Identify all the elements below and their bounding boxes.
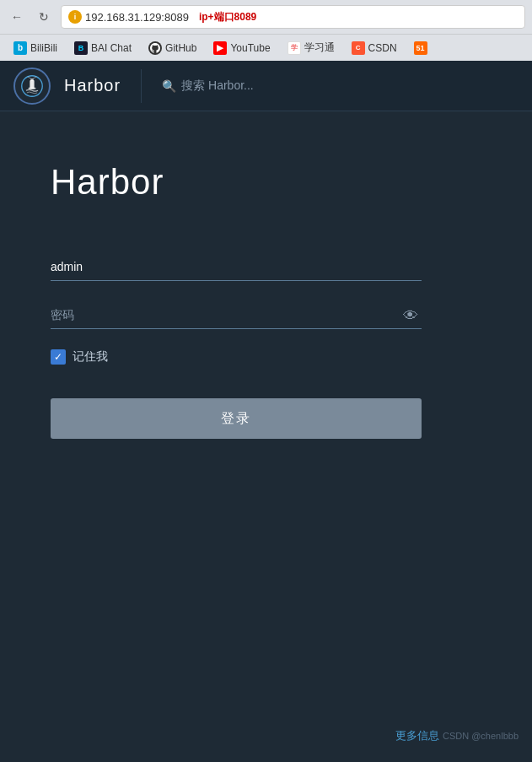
harbor-app: Harbor 🔍 搜索 Harbor... Harbor 👁 记住我 — [0, 61, 532, 754]
password-wrapper: 👁 — [51, 301, 422, 329]
bookmark-youtube[interactable]: ▶ YouTube — [207, 39, 277, 57]
footer: 更多信息 CSDN @chenlbbb — [0, 718, 532, 754]
harbor-search[interactable]: 🔍 搜索 Harbor... — [162, 78, 254, 94]
bookmark-xuexi-label: 学习通 — [304, 41, 335, 55]
baichat-icon: B — [74, 41, 88, 55]
bookmark-github-label: GitHub — [165, 42, 196, 54]
bookmark-github[interactable]: GitHub — [142, 39, 203, 57]
watermark: CSDN @chenlbbb — [443, 731, 519, 741]
svg-line-5 — [32, 76, 36, 79]
security-icon: i — [68, 10, 82, 24]
search-icon: 🔍 — [162, 79, 176, 93]
more-info-link[interactable]: 更多信息 — [395, 729, 439, 742]
bookmark-csdn[interactable]: C CSDN — [345, 39, 404, 57]
address-text: 192.168.31.129:8089 — [85, 11, 189, 24]
harbor-main: Harbor 👁 记住我 登录 — [0, 111, 532, 718]
back-button[interactable]: ← — [7, 7, 27, 27]
bookmark-xuexi[interactable]: 学 学习通 — [281, 38, 341, 57]
bookmark-bilibili[interactable]: b BiliBili — [7, 39, 64, 57]
password-group: 👁 — [51, 301, 438, 329]
bookmark-youtube-label: YouTube — [230, 42, 270, 54]
login-title: Harbor — [51, 162, 438, 203]
password-input[interactable] — [51, 301, 422, 329]
address-bar[interactable]: i 192.168.31.129:8089 ip+端口8089 — [61, 5, 525, 29]
username-group — [51, 253, 438, 281]
username-input[interactable] — [51, 253, 422, 281]
xuexi-icon: 学 — [287, 41, 301, 55]
password-toggle-icon[interactable]: 👁 — [403, 306, 418, 324]
51-icon: 51 — [414, 41, 427, 55]
login-section: Harbor 👁 记住我 登录 — [51, 162, 438, 439]
bookmark-baichat-label: BAI Chat — [91, 42, 132, 54]
harbor-nav-title: Harbor — [64, 76, 121, 95]
youtube-icon: ▶ — [213, 41, 227, 55]
remember-row: 记住我 — [51, 349, 438, 365]
bookmark-baichat[interactable]: B BAI Chat — [67, 39, 138, 57]
login-button[interactable]: 登录 — [51, 398, 422, 439]
search-placeholder: 搜索 Harbor... — [181, 78, 254, 94]
github-icon — [148, 41, 162, 55]
title-bar: ← ↻ i 192.168.31.129:8089 ip+端口8089 — [0, 0, 532, 34]
nav-divider — [141, 69, 142, 103]
harbor-navbar: Harbor 🔍 搜索 Harbor... — [0, 61, 532, 111]
remember-label: 记住我 — [73, 349, 108, 365]
bookmarks-bar: b BiliBili B BAI Chat GitHub ▶ YouTube 学… — [0, 34, 532, 61]
bookmark-bilibili-label: BiliBili — [30, 42, 57, 54]
address-hint: ip+端口8089 — [199, 10, 256, 24]
bookmark-51[interactable]: 51 — [407, 39, 434, 57]
remember-checkbox[interactable] — [51, 349, 66, 365]
csdn-icon: C — [352, 41, 365, 55]
harbor-logo — [13, 68, 51, 105]
bookmark-csdn-label: CSDN — [368, 42, 397, 54]
svg-line-4 — [28, 76, 32, 79]
refresh-button[interactable]: ↻ — [34, 7, 54, 27]
bilibili-icon: b — [13, 41, 27, 55]
svg-rect-2 — [29, 87, 36, 89]
